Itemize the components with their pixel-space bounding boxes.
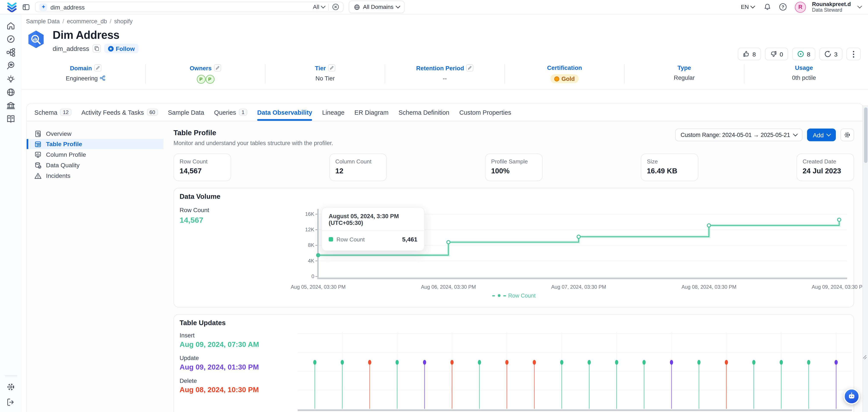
- tab-schema-definition[interactable]: Schema Definition: [398, 104, 449, 121]
- x-axis-tick-label: Aug 06, 2024, 03:30 PM: [415, 284, 482, 290]
- delete-event-marker[interactable]: [368, 360, 371, 365]
- vertical-scrollbar[interactable]: [862, 105, 868, 412]
- tab-data-observability[interactable]: Data Observability: [257, 104, 312, 121]
- insert-event-marker[interactable]: [615, 360, 618, 365]
- insert-event-marker[interactable]: [341, 360, 344, 365]
- breadcrumb-item-shopify[interactable]: shopify: [114, 18, 133, 24]
- chart-legend[interactable]: Row Count: [174, 292, 854, 298]
- glossary-book-icon[interactable]: [6, 114, 16, 124]
- tab-lineage[interactable]: Lineage: [322, 104, 344, 121]
- table-updates-card: Table Updates InsertAug 09, 2024, 07:30 …: [174, 314, 854, 412]
- rail-bottom: [0, 376, 22, 412]
- metadata-owners: OwnersPP: [145, 64, 265, 84]
- tab-label: Activity Feeds & Tasks: [81, 109, 144, 116]
- language-dropdown[interactable]: EN: [741, 4, 754, 10]
- kebab-button[interactable]: [846, 47, 861, 60]
- thumbs-up-button[interactable]: 8: [738, 47, 761, 60]
- help-icon[interactable]: [779, 3, 786, 10]
- sidebar-toggle-icon[interactable]: [22, 3, 30, 11]
- resize-handle-icon[interactable]: [862, 355, 867, 360]
- observability-search-icon[interactable]: [6, 61, 16, 70]
- app-root: All All Domains EN: [0, 0, 868, 412]
- breadcrumb-item-ecommerce-db[interactable]: ecommerce_db: [67, 18, 107, 24]
- owner-avatar[interactable]: P: [205, 75, 214, 84]
- tab-sample-data[interactable]: Sample Data: [168, 104, 204, 121]
- date-range-dropdown[interactable]: Custom Range: 2024-05-01 → 2025-05-21: [675, 128, 803, 141]
- user-avatar[interactable]: R: [795, 1, 806, 12]
- tab-label: Queries: [214, 109, 236, 116]
- series-swatch: [329, 237, 333, 242]
- thumbs-down-button[interactable]: 0: [765, 47, 788, 60]
- delete-event-marker[interactable]: [533, 360, 536, 365]
- edit-pencil-icon[interactable]: [94, 64, 101, 71]
- clear-search-icon[interactable]: [332, 3, 339, 10]
- legend-row-count[interactable]: Row Count: [492, 292, 536, 298]
- delete-event-marker[interactable]: [725, 360, 728, 365]
- insert-event-marker[interactable]: [780, 360, 783, 365]
- metadata-label: Retention Period: [416, 64, 464, 71]
- edit-pencil-icon[interactable]: [328, 64, 335, 71]
- search-scope-dropdown[interactable]: All: [313, 4, 325, 10]
- update-event-marker[interactable]: [835, 360, 838, 365]
- owner-avatar[interactable]: P: [196, 75, 205, 84]
- insert-event-marker[interactable]: [396, 360, 399, 365]
- submenu-item-table-profile[interactable]: Table Profile: [27, 139, 163, 149]
- insert-event-marker[interactable]: [642, 360, 646, 365]
- tab-schema[interactable]: Schema12: [34, 104, 71, 121]
- insert-event-marker[interactable]: [588, 360, 591, 365]
- tab-custom-properties[interactable]: Custom Properties: [459, 104, 511, 121]
- metadata-label: Domain: [70, 64, 92, 71]
- search-input[interactable]: [51, 4, 310, 10]
- update-event-marker[interactable]: [423, 360, 426, 365]
- chevron-down-icon[interactable]: [858, 4, 862, 8]
- home-icon[interactable]: [6, 21, 16, 31]
- lineage-sitemap-icon[interactable]: [6, 47, 16, 57]
- notifications-bell-icon[interactable]: [764, 3, 771, 10]
- insert-event-marker[interactable]: [478, 360, 481, 365]
- submenu-item-data-quality[interactable]: Data Quality: [27, 160, 163, 170]
- settings-gear-icon[interactable]: [6, 382, 16, 392]
- add-button[interactable]: Add: [807, 128, 836, 141]
- tab-er-diagram[interactable]: ER Diagram: [354, 104, 389, 121]
- user-info[interactable]: Rounakpreet.d Data Steward: [812, 1, 851, 13]
- scrollbar-thumb[interactable]: [864, 107, 867, 163]
- profiler-settings-button[interactable]: [840, 128, 854, 141]
- tab-activity-feeds-tasks[interactable]: Activity Feeds & Tasks60: [81, 104, 158, 121]
- ai-sparkle-icon[interactable]: [39, 3, 47, 11]
- update-event-marker[interactable]: [670, 360, 673, 365]
- metadata-domain: DomainEngineering: [26, 64, 145, 84]
- logout-icon[interactable]: [6, 398, 16, 407]
- explore-compass-icon[interactable]: [6, 34, 16, 44]
- breadcrumb-separator: /: [110, 18, 112, 24]
- delete-event-marker[interactable]: [505, 360, 508, 365]
- insert-event-marker[interactable]: [807, 360, 810, 365]
- chatbot-button[interactable]: [844, 388, 860, 405]
- insert-event-marker[interactable]: [698, 360, 701, 365]
- insert-event-marker[interactable]: [313, 360, 316, 365]
- submenu-item-overview[interactable]: Overview: [27, 128, 163, 138]
- insights-bulb-icon[interactable]: [6, 74, 16, 84]
- govern-bank-icon[interactable]: [6, 101, 16, 110]
- summary-card-label: Created Date: [803, 158, 854, 164]
- task-circle-button[interactable]: 8: [792, 47, 815, 60]
- latest-timestamp: Aug 09, 2024, 07:30 AM: [180, 340, 259, 349]
- breadcrumb-item-sample-data[interactable]: Sample Data: [26, 18, 60, 24]
- insert-event-marker[interactable]: [752, 360, 755, 365]
- copy-icon[interactable]: [93, 44, 101, 53]
- submenu-item-column-profile[interactable]: Column Profile: [27, 150, 163, 160]
- delete-event-marker[interactable]: [451, 360, 454, 365]
- follow-button[interactable]: Follow: [104, 44, 139, 53]
- metadata-label: Usage: [795, 64, 813, 71]
- domains-globe-icon[interactable]: [6, 88, 16, 97]
- tab-queries[interactable]: Queries1: [214, 104, 247, 121]
- table-updates-chart[interactable]: [298, 331, 852, 412]
- versions-button[interactable]: 3: [819, 47, 842, 60]
- submenu-item-incidents[interactable]: Incidents: [27, 170, 163, 181]
- all-domains-dropdown[interactable]: All Domains: [348, 1, 404, 13]
- global-search-bar[interactable]: All: [35, 2, 344, 12]
- tooltip-value: 5,461: [402, 236, 417, 243]
- edit-pencil-icon[interactable]: [466, 64, 473, 71]
- edit-pencil-icon[interactable]: [214, 64, 221, 71]
- openmetadata-logo-icon[interactable]: [7, 2, 17, 12]
- insert-event-marker[interactable]: [560, 360, 563, 365]
